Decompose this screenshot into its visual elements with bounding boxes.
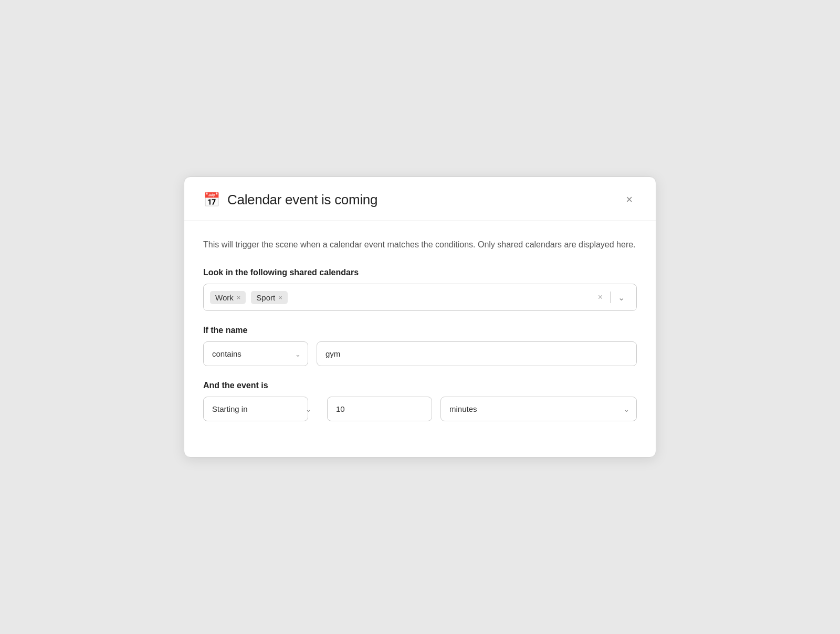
calendars-label: Look in the following shared calendars [203,268,637,277]
select-chevron-button[interactable]: ⌄ [613,290,630,305]
tag-work: Work × [210,291,246,304]
name-section: If the name contains equals starts with … [203,326,637,366]
close-button[interactable]: × [622,192,637,207]
modal-body: This will trigger the scene when a calen… [184,221,656,458]
select-divider [610,292,611,303]
tag-sport-remove[interactable]: × [278,294,282,301]
chevron-down-icon: ⌄ [618,293,625,302]
select-controls: × ⌄ [593,290,630,305]
modal-header: 📅 Calendar event is coming × [184,177,656,221]
name-field-row: contains equals starts with ends with ⌄ [203,341,637,366]
name-value-input[interactable] [317,341,637,366]
event-section: And the event is Starting in Ending in S… [203,381,637,421]
tag-work-label: Work [215,293,234,302]
tag-work-remove[interactable]: × [237,294,241,301]
name-condition-wrapper: contains equals starts with ends with ⌄ [203,341,308,366]
description-text: This will trigger the scene when a calen… [203,238,637,252]
event-section-label: And the event is [203,381,637,390]
name-section-label: If the name [203,326,637,335]
calendar-tags: Work × Sport × [210,291,593,304]
event-condition-select[interactable]: Starting in Ending in Started Ended [203,397,308,421]
calendar-icon: 📅 [203,192,220,208]
select-clear-button[interactable]: × [593,290,608,304]
tag-sport: Sport × [251,291,287,304]
event-condition-wrapper: Starting in Ending in Started Ended ⌄ [203,397,319,421]
event-unit-wrapper: minutes hours days ⌄ [440,397,637,421]
tag-sport-label: Sport [256,293,275,302]
header-left: 📅 Calendar event is coming [203,192,377,208]
calendar-event-modal: 📅 Calendar event is coming × This will t… [184,176,656,458]
event-unit-select[interactable]: minutes hours days [440,397,637,421]
name-condition-select[interactable]: contains equals starts with ends with [203,341,308,366]
modal-title: Calendar event is coming [227,192,377,208]
calendars-section: Look in the following shared calendars W… [203,268,637,311]
event-value-input[interactable] [327,397,432,421]
event-field-row: Starting in Ending in Started Ended ⌄ mi… [203,397,637,421]
calendar-select-box[interactable]: Work × Sport × × ⌄ [203,284,637,311]
